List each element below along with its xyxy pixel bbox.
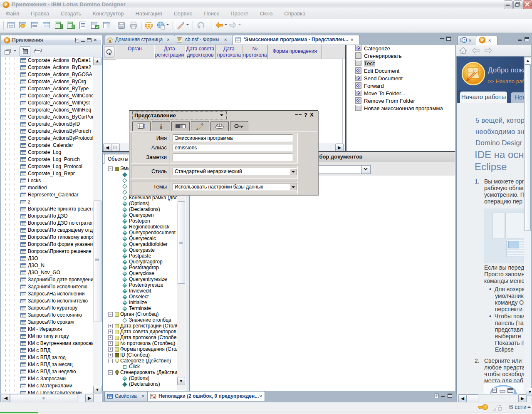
- svg-text:i: i: [160, 123, 162, 129]
- svg-text:?: ?: [463, 38, 465, 42]
